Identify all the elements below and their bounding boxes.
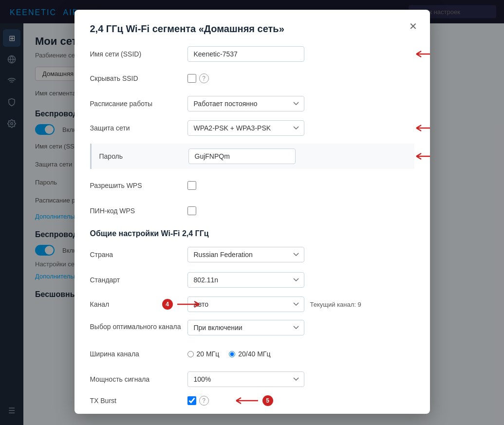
- modal-close-button[interactable]: ✕: [407, 19, 420, 33]
- pin-wps-checkbox[interactable]: [187, 206, 196, 215]
- txburst-checkbox[interactable]: [187, 396, 196, 405]
- ssid-input[interactable]: [187, 46, 304, 62]
- country-select[interactable]: Russian Federation: [187, 247, 304, 262]
- channel-label: Канал: [90, 300, 187, 308]
- ssid-field-label: Имя сети (SSID): [90, 50, 187, 58]
- country-label: Страна: [90, 251, 187, 259]
- allow-wps-checkbox[interactable]: [187, 181, 196, 190]
- txburst-help-icon[interactable]: ?: [199, 396, 209, 406]
- power-select[interactable]: 100%: [187, 371, 304, 387]
- modal-title: 2,4 ГГц Wi-Fi сегмента «Домашняя сеть»: [90, 23, 414, 35]
- bandwidth-20-radio[interactable]: [187, 351, 194, 357]
- allow-wps-label: Разрешить WPS: [90, 182, 187, 189]
- modal-overlay[interactable]: ✕ 2,4 ГГц Wi-Fi сегмента «Домашняя сеть»…: [0, 0, 504, 425]
- hide-ssid-checkbox[interactable]: [187, 74, 196, 83]
- pin-wps-label: ПИН-код WPS: [90, 207, 187, 215]
- bandwidth-label: Ширина канала: [90, 350, 187, 358]
- bandwidth-radio-group: 20 МГц 20/40 МГц: [187, 350, 271, 358]
- hide-ssid-help-icon[interactable]: ?: [199, 74, 209, 83]
- security-field-label: Защита сети: [90, 124, 187, 132]
- bandwidth-2040-radio[interactable]: [229, 351, 235, 357]
- hide-ssid-label: Скрывать SSID: [90, 74, 187, 82]
- annotation-5: 5: [262, 395, 273, 406]
- channel-select[interactable]: Авто: [187, 296, 304, 312]
- password-field-label: Пароль: [99, 152, 188, 160]
- schedule-field-label: Расписание работы: [90, 100, 187, 108]
- optimal-channel-select[interactable]: При включении: [187, 320, 304, 335]
- standard-label: Стандарт: [90, 276, 187, 284]
- power-label: Мощность сигнала: [90, 375, 187, 383]
- wifi-section-title: Общие настройки Wi-Fi 2,4 ГГц: [90, 229, 414, 238]
- bandwidth-20-label[interactable]: 20 МГц: [187, 350, 220, 358]
- bandwidth-2040-label[interactable]: 20/40 МГц: [229, 350, 270, 358]
- password-input[interactable]: [188, 148, 296, 164]
- security-select[interactable]: WPA2-PSK + WPA3-PSK: [187, 120, 304, 136]
- channel-current-info: Текущий канал: 9: [310, 301, 361, 308]
- standard-select[interactable]: 802.11n: [187, 272, 304, 288]
- optimal-channel-label: Выбор оптимального канала: [90, 320, 187, 331]
- txburst-label: TX Burst: [90, 397, 187, 405]
- schedule-select[interactable]: Работает постоянно: [187, 96, 304, 111]
- modal-dialog: ✕ 2,4 ГГц Wi-Fi сегмента «Домашняя сеть»…: [75, 10, 430, 414]
